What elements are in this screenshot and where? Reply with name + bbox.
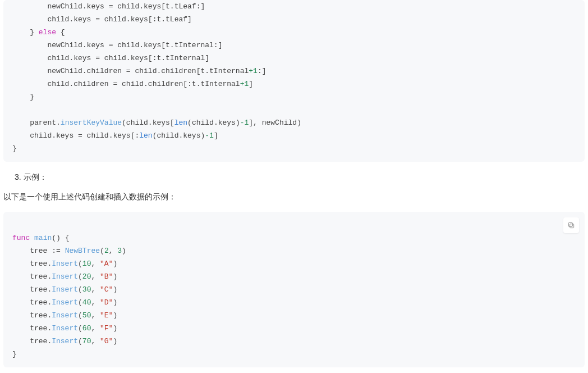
- code-line: } else {: [12, 28, 65, 37]
- code-line: }: [12, 93, 34, 101]
- method-insertkeyvalue: insertKeyValue: [61, 119, 122, 127]
- code-line: tree.Insert(20, "B"): [12, 272, 117, 281]
- code-line: tree.Insert(10, "A"): [12, 260, 117, 268]
- code-line: child.keys = child.keys[:t.tLeaf]: [12, 15, 192, 24]
- keyword-func: func: [12, 234, 30, 242]
- code-line: parent.insertKeyValue(child.keys[len(chi…: [12, 119, 301, 127]
- code-line: child.keys = child.keys[:len(child.keys)…: [12, 131, 218, 140]
- code-line: newChild.keys = child.keys[t.tLeaf:]: [12, 2, 205, 11]
- paragraph-intro: 以下是一个使用上述代码创建和插入数据的示例：: [3, 190, 585, 204]
- code-line: newChild.keys = child.keys[t.tInternal:]: [12, 41, 222, 49]
- code-line: tree.Insert(70, "G"): [12, 337, 117, 345]
- svg-rect-0: [570, 224, 574, 228]
- code-line: tree.Insert(50, "E"): [12, 311, 117, 320]
- code-line: newChild.children = child.children[t.tIn…: [12, 67, 267, 75]
- code-line: tree.Insert(60, "F"): [12, 324, 117, 333]
- func-newbtree: NewBTree: [65, 247, 100, 255]
- code-line: }: [12, 350, 17, 358]
- code-line: child.children = child.children[:t.tInte…: [12, 80, 253, 88]
- code-line: child.keys = child.keys[:t.tInternal]: [12, 54, 209, 62]
- svg-rect-1: [568, 222, 572, 226]
- code-line: func main() {: [12, 234, 69, 242]
- code-block-main: func main() { tree := NewBTree(2, 3) tre…: [3, 212, 585, 367]
- builtin-len: len: [139, 131, 152, 140]
- code-block-splitchild: newChild.keys = child.keys[t.tLeaf:] chi…: [3, 0, 585, 162]
- func-main: main: [34, 234, 52, 242]
- list-label: 示例：: [24, 172, 47, 181]
- list-item-example: 3.示例：: [15, 171, 588, 183]
- code-line: tree.Insert(40, "D"): [12, 298, 117, 307]
- copy-icon: [567, 221, 575, 229]
- copy-button[interactable]: [563, 217, 579, 233]
- code-line: tree := NewBTree(2, 3): [12, 247, 126, 255]
- keyword-else: else: [39, 28, 56, 37]
- code-line: tree.Insert(30, "C"): [12, 285, 117, 294]
- list-number: 3.: [15, 172, 21, 181]
- builtin-len: len: [174, 119, 187, 127]
- code-line: }: [12, 144, 17, 153]
